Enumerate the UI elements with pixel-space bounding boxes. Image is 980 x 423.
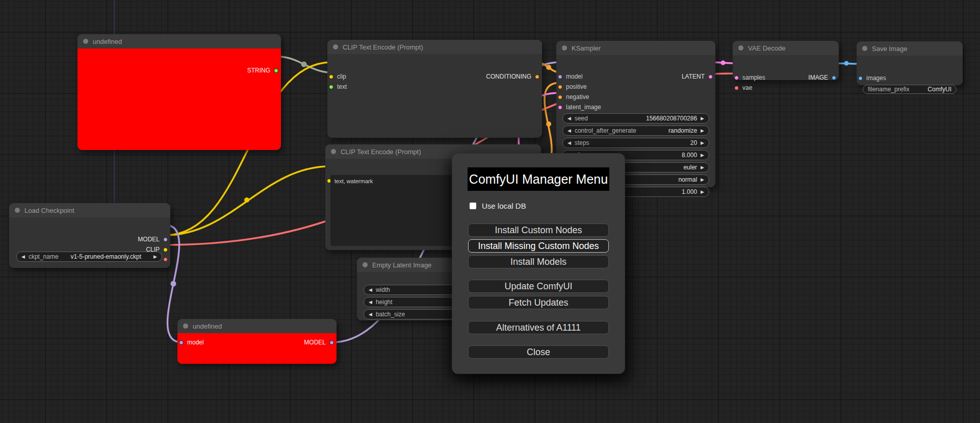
collapse-dot-icon[interactable] [15, 208, 20, 213]
close-button[interactable]: Close [468, 345, 609, 359]
input-port-model[interactable] [179, 340, 184, 345]
image-link-dot [844, 61, 849, 66]
node-title-bar[interactable]: Load Checkpoint [9, 203, 170, 217]
decrement-arrow-icon[interactable]: ◀ [568, 128, 571, 133]
widget-control-after-generate[interactable]: ◀ control_after_generate randomize ▶ [562, 126, 709, 136]
input-slot-latent-image: latent_image [558, 104, 601, 111]
missing-node-body: model MODEL [177, 333, 337, 364]
input-slot-negative: negative [558, 93, 589, 101]
input-port-images[interactable] [858, 76, 863, 81]
output-port-image[interactable] [832, 76, 836, 80]
node-title-bar[interactable]: Save Image [857, 41, 963, 56]
fetch-updates-button[interactable]: Fetch Updates [468, 296, 609, 309]
widget-filename-prefix[interactable]: filename_prefix ComfyUI [863, 85, 957, 94]
input-port-samples[interactable] [734, 76, 739, 80]
node-title-bar[interactable]: VAE Decode [733, 41, 839, 55]
increment-arrow-icon[interactable]: ▶ [701, 116, 704, 121]
node-save-image[interactable]: Save Image images filename_prefix ComfyU… [857, 41, 963, 85]
input-slot-vae: vae [734, 84, 752, 91]
decrement-arrow-icon[interactable]: ◀ [369, 287, 372, 292]
output-port-clip[interactable] [163, 247, 168, 252]
decrement-arrow-icon[interactable]: ◀ [369, 300, 372, 305]
node-title-bar[interactable]: KSampler [556, 41, 715, 55]
increment-arrow-icon[interactable]: ▶ [153, 254, 157, 259]
collapse-dot-icon[interactable] [738, 45, 743, 51]
output-port-latent[interactable] [708, 74, 713, 79]
decrement-arrow-icon[interactable]: ◀ [369, 312, 372, 317]
model-link-dot [171, 281, 176, 287]
node-clip-text-encode-1[interactable]: CLIP Text Encode (Prompt) clip text COND… [327, 40, 542, 138]
node-body: clip text CONDITIONING [327, 54, 542, 138]
install-missing-custom-nodes-button[interactable]: Install Missing Custom Nodes [468, 239, 609, 253]
input-label: latent_image [566, 104, 601, 111]
widget-ckpt-name[interactable]: ◀ ckpt_name v1-5-pruned-emaonly.ckpt ▶ [16, 252, 162, 262]
output-slot-model: MODEL [138, 236, 168, 243]
alternatives-of-a1111-button[interactable]: Alternatives of A1111 [468, 321, 609, 334]
collapse-dot-icon[interactable] [331, 149, 336, 154]
node-vae-decode[interactable]: VAE Decode samples vae IMAGE [733, 41, 839, 80]
output-port-model[interactable] [163, 237, 168, 242]
increment-arrow-icon[interactable]: ▶ [701, 153, 704, 158]
increment-arrow-icon[interactable]: ▶ [701, 177, 704, 182]
input-slot-model: model [179, 339, 204, 346]
decrement-arrow-icon[interactable]: ◀ [568, 116, 571, 121]
install-custom-nodes-button[interactable]: Install Custom Nodes [468, 223, 609, 237]
input-slot-text: text [329, 83, 347, 90]
node-title: Empty Latent Image [372, 261, 431, 269]
node-title: CLIP Text Encode (Prompt) [343, 43, 423, 51]
dialog-title: ComfyUI Manager Menu [468, 167, 609, 191]
widget-steps[interactable]: ◀ steps 20 ▶ [562, 138, 709, 148]
input-slot-images: images [858, 74, 886, 82]
output-port-conditioning[interactable] [535, 74, 539, 79]
node-title-bar[interactable]: CLIP Text Encode (Prompt) [327, 40, 542, 54]
input-slot-model: model [558, 73, 583, 80]
conditioning-link-dot-1 [546, 65, 551, 70]
collapse-dot-icon[interactable] [562, 45, 567, 51]
use-local-db-checkbox[interactable] [470, 203, 476, 209]
input-port-text[interactable] [329, 85, 333, 89]
input-port-model[interactable] [558, 74, 562, 79]
widget-seed[interactable]: ◀ seed 156680208700286 ▶ [562, 113, 709, 123]
node-undefined-top[interactable]: undefined STRING [78, 34, 281, 150]
collapse-dot-icon[interactable] [862, 46, 867, 51]
collapse-dot-icon[interactable] [363, 262, 368, 267]
decrement-arrow-icon[interactable]: ◀ [568, 140, 571, 145]
input-port-positive[interactable] [558, 85, 562, 89]
node-title: Load Checkpoint [24, 207, 74, 214]
input-label: model [187, 339, 204, 346]
update-comfyui-button[interactable]: Update ComfyUI [468, 280, 609, 293]
increment-arrow-icon[interactable]: ▶ [701, 189, 704, 194]
node-title: Save Image [872, 45, 907, 53]
input-label: negative [566, 93, 589, 101]
output-port-model[interactable] [329, 340, 334, 345]
increment-arrow-icon[interactable]: ▶ [701, 140, 704, 145]
decrement-arrow-icon[interactable]: ◀ [21, 254, 25, 259]
install-models-button[interactable]: Install Models [468, 255, 609, 268]
output-port-string[interactable] [274, 68, 278, 73]
output-slot-conditioning: CONDITIONING [486, 73, 539, 80]
collapse-dot-icon[interactable] [183, 324, 188, 329]
input-label: vae [742, 84, 752, 91]
node-undefined-bottom[interactable]: undefined model MODEL [177, 319, 337, 364]
input-label: model [566, 73, 583, 80]
node-load-checkpoint[interactable]: Load Checkpoint MODEL CLIP VAE ◀ ckpt_na… [9, 203, 170, 268]
input-port-latent-image[interactable] [558, 105, 562, 110]
comfyui-canvas[interactable]: { "icons": { "left_arrow": "◀", "right_a… [0, 0, 980, 423]
output-slot-latent: LATENT [682, 73, 713, 80]
collapse-dot-icon[interactable] [83, 39, 88, 44]
output-label: LATENT [682, 73, 705, 80]
node-title-bar[interactable]: undefined [78, 34, 281, 48]
node-title: undefined [93, 38, 122, 45]
node-title-bar[interactable]: undefined [177, 319, 337, 333]
collapse-dot-icon[interactable] [333, 44, 338, 49]
input-port-clip[interactable] [329, 74, 333, 79]
output-port-vae[interactable] [163, 257, 168, 262]
clip-link-wire-2 [165, 166, 330, 235]
node-body: images filename_prefix ComfyUI [857, 56, 963, 85]
increment-arrow-icon[interactable]: ▶ [701, 165, 704, 170]
increment-arrow-icon[interactable]: ▶ [701, 128, 704, 133]
input-slot-positive: positive [558, 83, 587, 90]
output-slot-string: STRING [247, 67, 278, 74]
input-port-vae[interactable] [734, 86, 739, 90]
input-port-negative[interactable] [558, 95, 562, 99]
